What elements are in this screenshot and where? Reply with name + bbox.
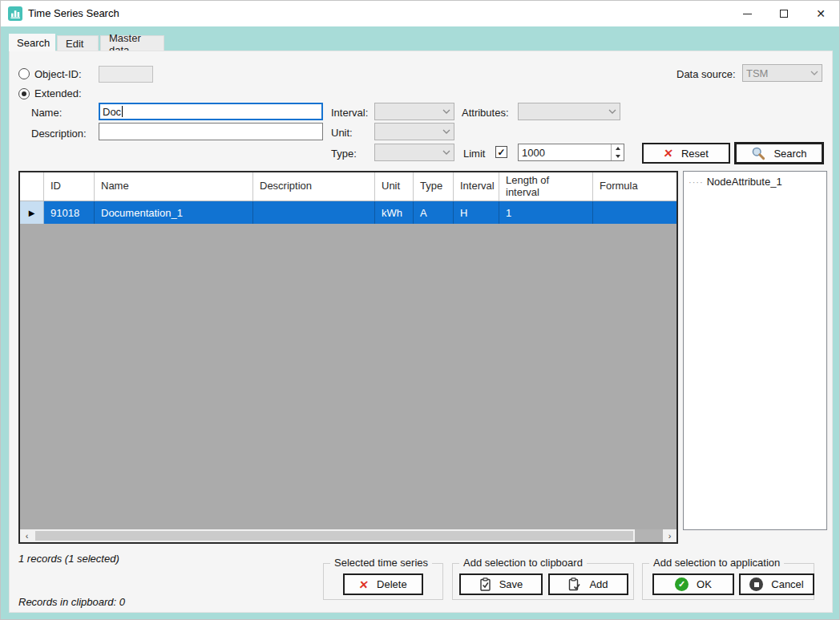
close-button[interactable]: ✕	[802, 1, 839, 26]
table-row-selected[interactable]: ▶ 91018 Documentation_1 kWh A H 1	[20, 201, 676, 224]
cancel-stop-icon	[749, 577, 763, 591]
limit-spinner[interactable]: 1000	[518, 144, 624, 161]
interval-dropdown[interactable]	[374, 103, 454, 120]
chevron-down-icon	[442, 129, 450, 134]
magnifier-icon	[751, 146, 765, 160]
cell-interval[interactable]: H	[454, 201, 499, 224]
row-selector-cell[interactable]: ▶	[20, 201, 44, 224]
unit-dropdown[interactable]	[374, 123, 454, 140]
object-id-radio[interactable]	[18, 68, 30, 79]
extended-label: Extended:	[34, 87, 82, 99]
tree-branch-dots: ····	[689, 177, 704, 187]
object-id-label: Object-ID:	[34, 68, 82, 80]
grid-selector-header[interactable]	[20, 172, 44, 201]
window-title: Time Series Search	[28, 7, 119, 19]
chevron-down-icon	[810, 71, 818, 75]
ok-button[interactable]: ✓ OK	[652, 573, 734, 595]
data-source-label: Data source:	[676, 68, 736, 80]
tab-search[interactable]: Search	[9, 34, 55, 51]
tree-item-label: NodeAttribute_1	[707, 176, 782, 188]
tree-item-nodeattribute-1[interactable]: ···· NodeAttribute_1	[689, 176, 822, 188]
title-bar: Time Series Search ✕	[1, 1, 839, 26]
tab-master-data[interactable]: Master data	[100, 35, 164, 51]
records-status: 1 records (1 selected)	[18, 553, 119, 565]
node-attribute-tree: ···· NodeAttribute_1	[683, 171, 827, 530]
close-icon: ✕	[816, 7, 826, 20]
cell-type[interactable]: A	[414, 201, 454, 224]
maximize-icon	[780, 10, 788, 18]
interval-label: Interval:	[331, 107, 368, 119]
description-label: Description:	[31, 128, 87, 140]
add-button[interactable]: Add	[548, 573, 628, 595]
reset-button[interactable]: ✕ Reset	[642, 143, 730, 164]
search-button[interactable]: Search	[734, 142, 824, 164]
spin-down-icon[interactable]	[612, 152, 624, 160]
description-input[interactable]	[99, 123, 323, 140]
scroll-right-icon[interactable]: ›	[663, 529, 676, 542]
maximize-button[interactable]	[765, 1, 802, 26]
red-x-icon: ✕	[358, 578, 370, 591]
results-grid: ID Name Description Unit Type Interval L…	[18, 171, 678, 544]
delete-button-label: Delete	[377, 578, 407, 590]
add-to-clipboard-title: Add selection to clipboard	[459, 557, 587, 569]
cancel-button[interactable]: Cancel	[739, 573, 814, 595]
cell-description[interactable]	[253, 201, 375, 224]
grid-header-formula[interactable]: Formula	[593, 172, 676, 201]
ok-button-label: OK	[697, 578, 712, 590]
selected-time-series-title: Selected time series	[330, 557, 432, 569]
ok-check-icon: ✓	[675, 577, 689, 591]
minimize-button[interactable]	[729, 1, 765, 26]
grid-header-length-of-interval[interactable]: Length of interval	[499, 172, 593, 201]
save-button[interactable]: Save	[459, 573, 543, 595]
chevron-down-icon	[608, 109, 616, 114]
grid-horizontal-scrollbar[interactable]: ‹ ›	[20, 529, 676, 542]
spin-up-icon[interactable]	[612, 144, 624, 152]
grid-header-description[interactable]: Description	[253, 172, 375, 201]
add-to-application-group: Add selection to application ✓ OK Cancel	[642, 563, 814, 600]
name-label: Name:	[31, 107, 62, 119]
tab-edit[interactable]: Edit	[57, 35, 99, 51]
chevron-down-icon	[442, 150, 450, 155]
cell-unit[interactable]: kWh	[375, 201, 414, 224]
limit-value: 1000	[519, 144, 611, 160]
grid-header-name[interactable]: Name	[95, 172, 253, 201]
clipboard-status: Records in clipboard: 0	[18, 596, 125, 608]
spinner-buttons[interactable]	[611, 144, 624, 160]
row-selector-arrow-icon: ▶	[29, 209, 35, 217]
limit-checkbox[interactable]: ✓	[495, 146, 507, 158]
add-button-label: Add	[589, 578, 608, 590]
add-to-application-title: Add selection to application	[649, 557, 784, 569]
red-x-icon: ✕	[663, 147, 674, 160]
object-id-field	[99, 66, 153, 83]
cancel-button-label: Cancel	[771, 578, 803, 590]
grid-header-unit[interactable]: Unit	[375, 172, 414, 201]
limit-label: Limit	[463, 148, 485, 160]
name-input[interactable]: Doc	[99, 103, 323, 120]
type-label: Type:	[331, 148, 357, 160]
type-dropdown[interactable]	[374, 144, 454, 161]
name-value: Doc	[103, 106, 121, 118]
app-bar-chart-icon	[8, 6, 22, 21]
clipboard-check-icon	[479, 577, 491, 591]
cell-id[interactable]: 91018	[44, 201, 95, 224]
attributes-dropdown[interactable]	[518, 103, 620, 120]
add-to-clipboard-group: Add selection to clipboard Save Add	[452, 563, 634, 600]
chevron-down-icon	[442, 109, 450, 114]
grid-header-id[interactable]: ID	[44, 172, 95, 201]
grid-header-type[interactable]: Type	[414, 172, 454, 201]
save-button-label: Save	[499, 578, 523, 590]
cell-length-of-interval[interactable]: 1	[499, 201, 593, 224]
cell-formula[interactable]	[593, 201, 676, 224]
search-button-label: Search	[773, 148, 806, 160]
extended-radio[interactable]	[18, 88, 30, 99]
scroll-left-icon[interactable]: ‹	[20, 529, 34, 542]
checkmark-icon: ✓	[497, 147, 505, 158]
grid-header-interval[interactable]: Interval	[454, 172, 499, 201]
attributes-label: Attributes:	[462, 107, 509, 119]
minimize-icon	[743, 14, 752, 14]
scrollbar-thumb[interactable]	[34, 529, 635, 542]
text-caret	[122, 106, 123, 117]
delete-button[interactable]: ✕ Delete	[343, 573, 423, 595]
cell-name[interactable]: Documentation_1	[95, 201, 253, 224]
grid-empty-area	[20, 224, 676, 529]
